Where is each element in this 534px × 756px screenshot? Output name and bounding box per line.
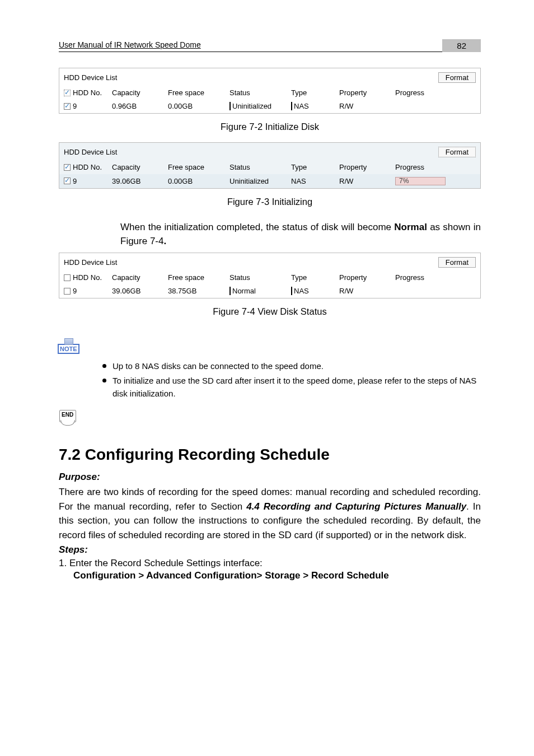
list-item: To initialize and use the SD card after … — [102, 374, 481, 400]
col-type: Type — [289, 161, 337, 174]
page-header: User Manual of IR Network Speed Dome 82 — [59, 39, 481, 52]
cell-property: R/W — [337, 174, 393, 188]
col-free-space: Free space — [166, 86, 227, 100]
cell-progress — [393, 284, 480, 298]
col-hdd-no: HDD No. — [73, 163, 102, 171]
cell-status: Uninitialized — [227, 174, 289, 188]
step-1-path: Configuration > Advanced Configuration> … — [73, 570, 481, 581]
format-button[interactable]: Format — [438, 72, 476, 83]
col-status: Status — [227, 86, 289, 100]
format-button[interactable]: Format — [438, 257, 476, 268]
col-hdd-no: HDD No. — [73, 88, 102, 97]
format-button[interactable]: Format — [438, 147, 476, 157]
col-property: Property — [337, 86, 393, 100]
cell-progress: 7% — [393, 174, 480, 188]
list-item: Up to 8 NAS disks can be connected to th… — [102, 360, 481, 372]
table-row[interactable]: 9 39.06GB 0.00GB Uninitialized NAS R/W 7… — [59, 174, 480, 188]
cell-progress — [393, 100, 480, 113]
purpose-label: Purpose: — [59, 472, 481, 483]
header-title: User Manual of IR Network Speed Dome — [59, 40, 442, 49]
panel-title: HDD Device List — [64, 73, 438, 82]
col-property: Property — [337, 161, 393, 174]
figure-caption-7-4: Figure 7-4 View Disk Status — [59, 306, 481, 317]
cell-type: NAS — [291, 287, 309, 295]
select-all-checkbox[interactable] — [64, 274, 71, 281]
page-number: 82 — [442, 39, 481, 52]
hdd-device-list-panel-2: HDD Device List Format HDD No. Capacity … — [59, 142, 481, 189]
table-row[interactable]: 9 39.06GB 38.75GB Normal NAS R/W — [59, 284, 480, 298]
panel-title: HDD Device List — [64, 258, 438, 267]
note-icon: NOTE — [58, 344, 79, 354]
end-icon: END — [56, 410, 81, 427]
row-checkbox[interactable] — [64, 103, 71, 110]
col-progress: Progress — [393, 271, 480, 284]
select-all-checkbox[interactable] — [64, 90, 71, 96]
panel-title: HDD Device List — [64, 148, 438, 156]
cell-status: Normal — [229, 287, 256, 295]
col-type: Type — [289, 86, 337, 100]
col-free-space: Free space — [166, 161, 227, 174]
figure-caption-7-3: Figure 7-3 Initializing — [59, 197, 481, 207]
cell-hdd-no: 9 — [73, 102, 77, 110]
cell-hdd-no: 9 — [73, 177, 77, 185]
col-type: Type — [289, 271, 337, 284]
progress-bar: 7% — [395, 177, 446, 185]
cell-free: 0.00GB — [166, 174, 227, 188]
purpose-text: There are two kinds of recording for the… — [59, 485, 481, 542]
cell-type: NAS — [291, 102, 309, 110]
col-status: Status — [227, 161, 289, 174]
cell-capacity: 39.06GB — [110, 174, 166, 188]
cell-property: R/W — [337, 100, 393, 113]
step-1-text: 1. Enter the Record Schedule Settings in… — [59, 558, 481, 569]
cell-free: 38.75GB — [166, 284, 227, 298]
col-status: Status — [227, 271, 289, 284]
cell-hdd-no: 9 — [73, 287, 77, 295]
col-capacity: Capacity — [110, 161, 166, 174]
progress-text: 7% — [399, 177, 409, 185]
table-row[interactable]: 9 0.96GB 0.00GB Uninitialized NAS R/W — [59, 100, 480, 113]
steps-label: Steps: — [59, 544, 481, 556]
select-all-checkbox[interactable] — [64, 164, 71, 171]
col-progress: Progress — [393, 86, 480, 100]
hdd-device-list-panel-1: HDD Device List Format HDD No. Capacity … — [59, 68, 481, 114]
col-progress: Progress — [393, 161, 480, 174]
figure-caption-7-2: Figure 7-2 Initialize Disk — [59, 122, 481, 132]
note-bullets: Up to 8 NAS disks can be connected to th… — [80, 360, 481, 400]
col-free-space: Free space — [166, 271, 227, 284]
col-hdd-no: HDD No. — [73, 273, 102, 282]
section-heading-7-2: 7.2 Configuring Recording Schedule — [59, 446, 481, 464]
cell-free: 0.00GB — [166, 100, 227, 113]
hdd-device-list-panel-3: HDD Device List Format HDD No. Capacity … — [59, 253, 481, 298]
col-capacity: Capacity — [110, 86, 166, 100]
cell-capacity: 0.96GB — [110, 100, 166, 113]
cell-capacity: 39.06GB — [110, 284, 166, 298]
row-checkbox[interactable] — [64, 288, 71, 295]
row-checkbox[interactable] — [64, 178, 71, 184]
col-property: Property — [337, 271, 393, 284]
initialization-complete-text: When the initialization completed, the s… — [120, 221, 481, 248]
cell-property: R/W — [337, 284, 393, 298]
col-capacity: Capacity — [110, 271, 166, 284]
cell-status: Uninitialized — [229, 102, 271, 110]
cell-type: NAS — [289, 174, 337, 188]
